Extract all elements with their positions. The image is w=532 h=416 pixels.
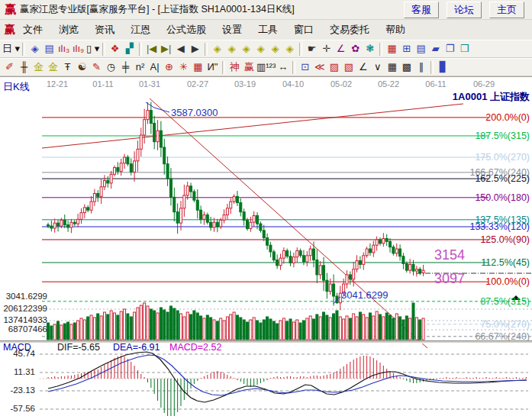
width-measure-icon[interactable]: ↔ [276, 60, 290, 75]
diamond-right-icon[interactable]: ◈ [224, 41, 239, 56]
menu-item-2[interactable]: 资讯 [95, 24, 114, 35]
home-button[interactable]: 主页 [489, 2, 524, 18]
n-squared-icon[interactable]: n² [133, 60, 147, 75]
note-icon[interactable]: ▤ [42, 41, 56, 56]
menu-item-3[interactable]: 江恩 [131, 24, 150, 35]
gann-gold-price-icon[interactable]: 金 [31, 60, 46, 75]
fan-box-icon[interactable]: ▧ [341, 60, 356, 75]
diamond-left-icon[interactable]: ◈ [210, 41, 224, 56]
toolbar-row-2: ✐╫金金Ŧ☯✎◷╪n²A|⊕✳▦И"神赢▥¹²³↔⊡≪▨▧∠∨▦▩∥▊ [0, 58, 532, 76]
gann-wheel-icon[interactable]: ✿ [348, 41, 363, 56]
period-day-button[interactable]: 日 ▾ [2, 41, 20, 56]
spiral-icon[interactable]: ☯ [75, 60, 89, 75]
color-chart-icon[interactable]: ▞ [122, 41, 137, 56]
calculator-icon[interactable]: ⊞ [399, 41, 414, 56]
hand-tool-icon[interactable]: ☛ [305, 41, 319, 56]
prev-page-icon[interactable]: ◀ [173, 41, 188, 56]
menu-item-6[interactable]: 工具 [258, 24, 278, 35]
single-candle-button[interactable]: ▯ ▾ [85, 41, 100, 56]
candle-body [80, 213, 82, 220]
box-tool-icon[interactable]: ⊡ [298, 60, 312, 75]
measure-pen-icon[interactable]: ✎ [89, 60, 104, 75]
candle-body [282, 250, 285, 258]
diamond-collapse-icon[interactable]: ◈ [282, 41, 297, 56]
trend-angle-icon[interactable]: ∠ [356, 60, 370, 75]
gann-shen-icon[interactable]: 神 [227, 60, 242, 75]
volume-bar [226, 317, 228, 340]
gann-f-icon[interactable]: Ŧ [60, 60, 75, 75]
database-icon[interactable]: ❒ [457, 41, 472, 56]
tangram-icon[interactable]: ◈ [27, 41, 42, 56]
fan-lines-icon[interactable]: ≪ [312, 60, 327, 75]
volume-bar [405, 316, 408, 340]
menu-item-0[interactable]: 文件 [23, 24, 43, 35]
bars-3-icon[interactable]: ılı₃ [56, 41, 71, 56]
volume-scale-1: 206122399 [0, 304, 47, 313]
cycle-clock-icon[interactable]: ◷ [104, 60, 118, 75]
forum-button[interactable]: 论坛 [447, 2, 482, 18]
volume-bar [339, 317, 341, 340]
customer-service-button[interactable]: 客服 [404, 2, 439, 18]
grid-icon[interactable]: ▦ [385, 60, 399, 75]
diamond-expand-icon[interactable]: ◈ [268, 41, 282, 56]
candle-body [422, 270, 424, 272]
hatch-lines-icon[interactable]: ╫ [17, 60, 31, 75]
next-page-icon[interactable]: ▶ [188, 41, 202, 56]
candle-body [60, 220, 63, 226]
candle-body [395, 249, 398, 253]
tick-ruler-icon[interactable]: ╪ [118, 60, 133, 75]
macd-dif-value: DIF=-5.65 [57, 342, 100, 353]
gann-level-label: 100.0%(0) [485, 276, 530, 287]
volume-bar [203, 318, 205, 340]
diamond-down-icon[interactable]: ◈ [253, 41, 268, 56]
gann-ying-icon[interactable]: 赢 [242, 60, 256, 75]
menu-item-5[interactable]: 设置 [222, 24, 242, 35]
menu-item-7[interactable]: 窗口 [294, 24, 314, 35]
volume-bar [279, 321, 282, 340]
candle-body [333, 284, 335, 296]
candle-body [127, 157, 129, 164]
notepad-icon[interactable]: ▤ [414, 41, 428, 56]
menu-item-8[interactable]: 交易委托 [330, 24, 369, 35]
volume-bar [369, 313, 371, 340]
panel-layout-icon[interactable]: ▊ [436, 60, 450, 75]
volume-bar [216, 321, 218, 340]
gann-level-label: 125.0%(90) [480, 234, 530, 245]
grid-box-icon[interactable]: ▦ [191, 60, 205, 75]
last-page-icon[interactable]: ▶| [159, 41, 173, 56]
crosshair-icon[interactable]: ✛ [319, 41, 334, 56]
pattern-icon[interactable]: ❖ [108, 41, 122, 56]
volume-bar [333, 314, 335, 340]
candle-body [103, 181, 105, 187]
spider-web-icon[interactable]: ✳ [176, 60, 191, 75]
calendar-icon[interactable]: ▦ [385, 41, 399, 56]
candle-body [160, 131, 162, 147]
export-icon[interactable]: ❐ [443, 41, 457, 56]
brush-icon[interactable]: ✐ [2, 60, 17, 75]
first-page-icon[interactable]: |◀ [144, 41, 159, 56]
menu-item-1[interactable]: 浏览 [59, 24, 79, 35]
text-tool-icon[interactable]: A| [147, 60, 162, 75]
volume-bar [124, 309, 126, 340]
save-icon[interactable]: ▰ [428, 41, 443, 56]
check-lines-icon[interactable]: ∨ [370, 60, 385, 75]
kline-canvas[interactable] [0, 77, 532, 416]
bars-9-icon[interactable]: ılı₉ [71, 41, 85, 56]
wave-mark-icon[interactable]: И" [205, 60, 220, 75]
chart-area[interactable]: 日K线 1A0001 上证指数 12-2101-1101-3102-2703-1… [0, 76, 532, 416]
angle-line-icon[interactable]: ∠ [334, 41, 348, 56]
diamond-up-icon[interactable]: ◈ [239, 41, 253, 56]
menu-item-4[interactable]: 公式选股 [166, 24, 206, 35]
volume-bar [220, 318, 222, 340]
ruler-123-icon[interactable]: ▥¹²³ [256, 60, 276, 75]
target-icon[interactable]: ⊕ [162, 60, 176, 75]
menu-item-9[interactable]: 帮助 [385, 24, 405, 35]
candle-body [256, 216, 259, 224]
parallel-lines-icon[interactable]: ∥ [414, 60, 428, 75]
shaded-box-icon[interactable]: ▨ [327, 60, 341, 75]
volume-bar [180, 314, 182, 340]
sphere-icon[interactable]: ❃ [363, 41, 377, 56]
gann-gold-time-icon[interactable]: 金 [46, 60, 60, 75]
toolbar-separator [102, 43, 105, 56]
grid-dense-icon[interactable]: ▩ [399, 60, 414, 75]
